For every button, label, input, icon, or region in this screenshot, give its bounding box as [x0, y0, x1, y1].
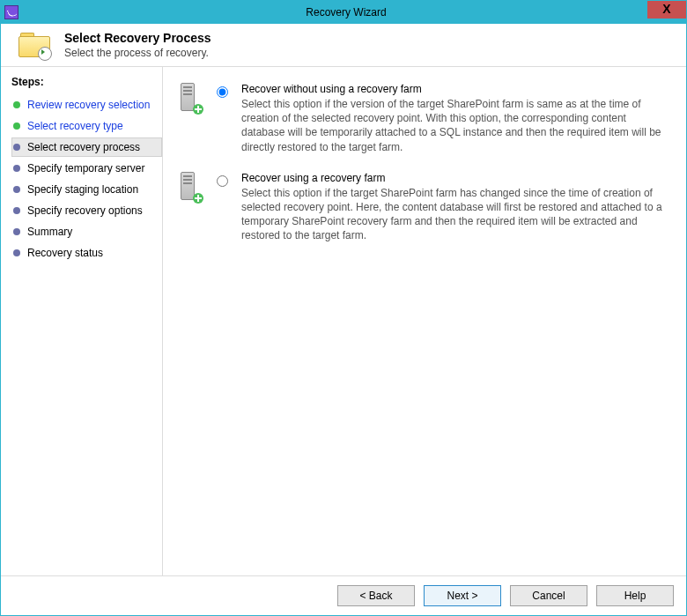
step-label: Specify recovery options [27, 204, 143, 217]
wizard-footer: < Back Next > Cancel Help [1, 575, 686, 615]
server-icon [177, 172, 202, 202]
step-label: Summary [27, 226, 72, 238]
radio-recover-without-farm[interactable] [217, 86, 228, 98]
step-specify-recovery-options[interactable]: Specify recovery options [11, 201, 162, 220]
close-button[interactable]: X [647, 1, 686, 19]
steps-list: Review recovery selection Select recover… [11, 95, 162, 263]
step-label: Recovery status [27, 247, 103, 259]
option-recover-using-farm: Recover using a recovery farm Select thi… [177, 172, 669, 243]
back-button[interactable]: < Back [337, 585, 415, 606]
step-specify-staging-location[interactable]: Specify staging location [11, 180, 162, 199]
page-title: Select Recovery Process [64, 31, 211, 45]
step-bullet-icon [13, 122, 20, 130]
step-label: Specify temporary server [27, 162, 144, 174]
folder-recovery-icon [18, 33, 48, 57]
step-bullet-icon [13, 249, 20, 256]
step-recovery-status[interactable]: Recovery status [11, 243, 162, 263]
option-label[interactable]: Recover without using a recovery farm [241, 83, 422, 95]
step-bullet-icon [13, 144, 20, 151]
next-button[interactable]: Next > [424, 585, 501, 606]
step-bullet-icon [13, 186, 20, 193]
titlebar: Recovery Wizard X [1, 1, 686, 24]
step-bullet-icon [13, 165, 20, 172]
step-label: Review recovery selection [27, 99, 150, 111]
page-subtitle: Select the process of recovery. [64, 47, 211, 59]
option-description: Select this option if the target SharePo… [241, 186, 669, 243]
steps-sidebar: Steps: Review recovery selection Select … [1, 67, 163, 575]
step-specify-temporary-server[interactable]: Specify temporary server [11, 159, 162, 178]
option-recover-without-farm: Recover without using a recovery farm Se… [177, 83, 669, 154]
cancel-button[interactable]: Cancel [510, 585, 587, 606]
steps-heading: Steps: [11, 76, 162, 88]
wizard-body: Steps: Review recovery selection Select … [1, 67, 686, 575]
window-title: Recovery Wizard [24, 6, 686, 19]
content-area: Recover without using a recovery farm Se… [163, 67, 686, 575]
page-header-text: Select Recovery Process Select the proce… [64, 31, 211, 59]
help-button[interactable]: Help [596, 585, 674, 606]
step-select-recovery-type[interactable]: Select recovery type [11, 116, 162, 136]
step-label: Select recovery type [27, 120, 123, 132]
radio-recover-using-farm[interactable] [217, 175, 228, 187]
option-description: Select this option if the version of the… [241, 97, 669, 154]
app-icon [4, 5, 18, 19]
step-bullet-icon [13, 228, 20, 235]
page-header: Select Recovery Process Select the proce… [1, 24, 686, 67]
step-bullet-icon [13, 101, 20, 108]
step-review-recovery-selection[interactable]: Review recovery selection [11, 95, 162, 115]
step-bullet-icon [13, 207, 20, 214]
step-summary[interactable]: Summary [11, 222, 162, 241]
option-label[interactable]: Recover using a recovery farm [241, 172, 385, 184]
step-label: Select recovery process [27, 141, 140, 153]
recovery-wizard-window: Recovery Wizard X Select Recovery Proces… [0, 0, 687, 616]
step-select-recovery-process[interactable]: Select recovery process [11, 137, 162, 157]
step-label: Specify staging location [27, 183, 138, 196]
server-icon [177, 83, 202, 113]
